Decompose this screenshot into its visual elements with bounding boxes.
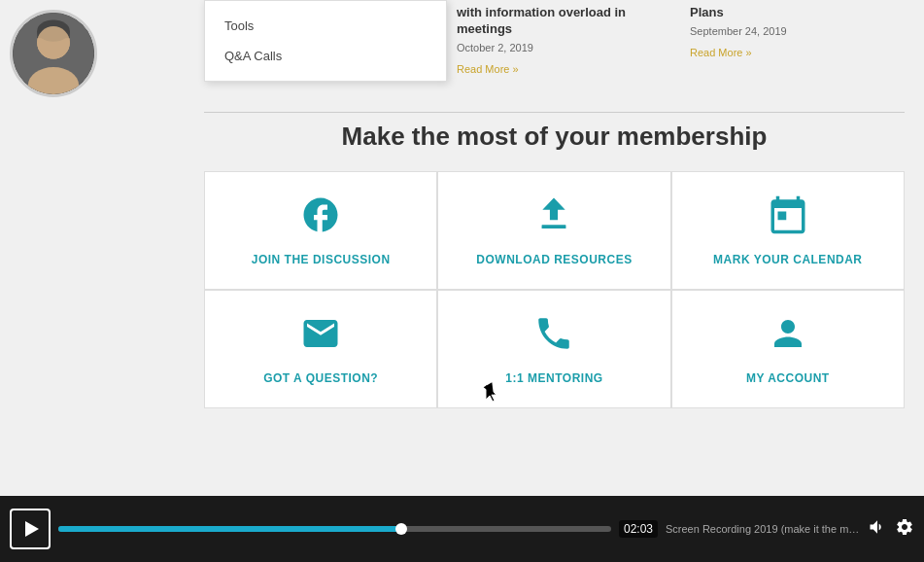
cell-calendar-label: MARK YOUR CALENDAR [713,253,862,266]
cell-mark-calendar[interactable]: MARK YOUR CALENDAR [672,172,904,289]
svg-rect-7 [542,226,566,229]
facebook-icon [300,194,341,241]
email-icon [300,313,341,360]
progress-fill [58,526,401,532]
blog-post-1-link[interactable]: Read More » [457,63,519,75]
section-divider [204,112,905,113]
cell-question-label: GOT A QUESTION? [263,371,378,385]
cell-download-label: DOWNLOAD RESOURCES [476,253,632,266]
cell-join-discussion[interactable]: JOIN THE DISCUSSION [205,172,436,289]
progress-bar[interactable] [58,526,611,532]
blog-posts-area: with information overload in meetings Oc… [452,0,908,82]
membership-section: Make the most of your membership JOIN TH… [204,122,905,408]
cell-mentoring[interactable]: 1:1 MENTORING [438,291,669,407]
blog-post-1: with information overload in meetings Oc… [452,0,675,82]
cell-join-discussion-label: JOIN THE DISCUSSION [252,253,391,266]
dropdown-panel: Tools Q&A Calls [204,0,447,82]
volume-icon[interactable] [868,517,887,541]
svg-point-6 [37,26,70,59]
progress-track [58,526,611,532]
cell-download-resources[interactable]: DOWNLOAD RESOURCES [438,172,669,289]
settings-icon[interactable] [895,517,914,541]
blog-post-2-date: September 24, 2019 [690,25,904,37]
play-button[interactable] [10,509,51,549]
person-icon [768,313,808,360]
dropdown-item-tools[interactable]: Tools [205,11,446,41]
cell-got-question[interactable]: GOT A QUESTION? [205,291,436,407]
play-icon [25,521,39,537]
membership-title: Make the most of your membership [204,122,905,152]
progress-thumb [395,523,407,535]
blog-post-1-date: October 2, 2019 [457,42,670,53]
calendar-icon [768,194,808,241]
cell-mentoring-label: 1:1 MENTORING [505,371,602,385]
time-display: 02:03 [619,520,658,538]
phone-icon [533,313,574,360]
blog-post-2-link[interactable]: Read More » [690,47,752,58]
dropdown-item-qa[interactable]: Q&A Calls [205,41,446,71]
blog-post-2-title: Plans [690,5,904,21]
download-icon [533,194,574,241]
main-content: Tools Q&A Calls with information overloa… [0,0,924,496]
video-title: Screen Recording 2019 (make it the most … [666,523,860,535]
blog-post-1-title: with information overload in meetings [457,5,670,38]
membership-grid: JOIN THE DISCUSSION DOWNLOAD RESOURCES [204,171,905,408]
cell-my-account[interactable]: MY ACCOUNT [672,291,904,407]
cell-account-label: MY ACCOUNT [746,371,830,385]
avatar [10,10,97,97]
blog-post-2: Plans September 24, 2019 Read More » [685,0,908,82]
video-bar: 02:03 Screen Recording 2019 (make it the… [0,496,924,562]
